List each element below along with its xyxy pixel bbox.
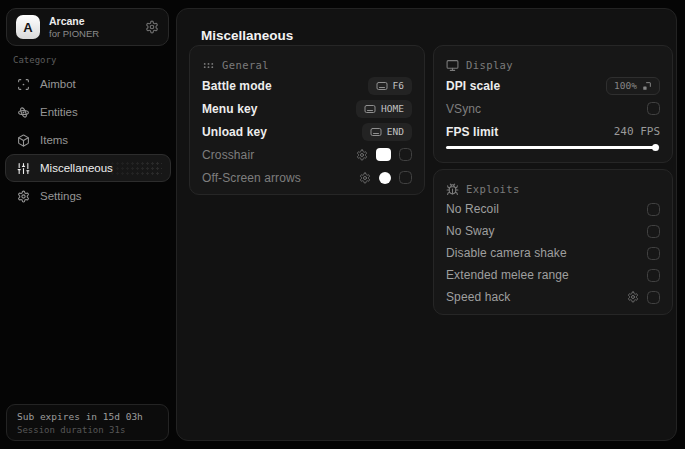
vsync-checkbox[interactable]	[647, 102, 660, 115]
setting-label: Crosshair	[202, 148, 254, 162]
setting-row-dpi-scale: DPI scale 100%	[446, 74, 660, 97]
color-swatch[interactable]	[376, 148, 391, 161]
gear-icon[interactable]	[627, 291, 639, 303]
app-logo: A	[16, 15, 40, 39]
app-subtitle: for PIONER	[49, 29, 99, 39]
setting-label: Unload key	[202, 125, 267, 139]
panel-title: General	[222, 59, 269, 71]
setting-row-offscreen-arrows: Off-Screen arrows	[202, 166, 412, 189]
app-window: A Arcane for PIONER Category Aimbot	[0, 0, 685, 449]
setting-row-crosshair: Crosshair	[202, 143, 412, 166]
sidebar-item-items[interactable]: Items	[5, 126, 171, 154]
disable-camera-shake-checkbox[interactable]	[647, 247, 660, 260]
keybind-button[interactable]: F6	[368, 77, 412, 95]
gear-icon[interactable]	[359, 172, 371, 184]
setting-label: DPI scale	[446, 79, 500, 93]
setting-row-battle-mode: Battle mode F6	[202, 74, 412, 97]
setting-label: VSync	[446, 102, 481, 116]
setting-label: Disable camera shake	[446, 246, 567, 260]
extended-melee-range-checkbox[interactable]	[647, 269, 660, 282]
speed-hack-checkbox[interactable]	[647, 291, 660, 304]
slider-thumb[interactable]	[652, 144, 659, 151]
crosshair-checkbox[interactable]	[399, 148, 412, 161]
package-icon	[17, 134, 30, 147]
general-panel: General Battle mode F6 Menu key HOME	[189, 45, 425, 195]
setting-label: Speed hack	[446, 290, 510, 304]
app-name: Arcane	[49, 16, 99, 27]
panel-title: Exploits	[466, 183, 520, 195]
exploits-panel: Exploits No Recoil No Sway Disable camer…	[433, 169, 673, 315]
no-recoil-checkbox[interactable]	[647, 203, 660, 216]
gear-icon[interactable]	[145, 20, 159, 34]
dpi-scale-select[interactable]: 100%	[606, 77, 660, 95]
keybind-value: HOME	[381, 103, 404, 114]
sidebar-item-label: Items	[40, 134, 68, 146]
main-content-card: Miscellaneous General Battle mode F6	[176, 8, 677, 441]
keybind-value: END	[387, 126, 404, 137]
keyboard-icon	[370, 126, 382, 138]
scale-icon	[642, 81, 652, 91]
fps-slider-fill	[446, 146, 658, 149]
setting-label: Extended melee range	[446, 268, 569, 282]
gear-icon[interactable]	[356, 149, 368, 161]
page-title: Miscellaneous	[201, 28, 293, 43]
setting-label: No Sway	[446, 224, 495, 238]
dpi-scale-value: 100%	[614, 80, 637, 91]
keybind-value: F6	[393, 80, 404, 91]
setting-label: Menu key	[202, 102, 258, 116]
sub-expiry-text: Sub expires in 15d 03h	[17, 411, 158, 422]
brand-card: A Arcane for PIONER	[6, 8, 169, 46]
setting-row-no-recoil: No Recoil	[446, 198, 660, 220]
setting-row-extended-melee-range: Extended melee range	[446, 264, 660, 286]
bug-icon	[446, 183, 459, 196]
sidebar-item-entities[interactable]: Entities	[5, 98, 171, 126]
app-logo-letter: A	[23, 20, 32, 35]
keyboard-icon	[376, 80, 388, 92]
fps-limit-value: 240 FPS	[614, 125, 660, 138]
color-swatch[interactable]	[379, 172, 391, 184]
setting-row-speed-hack: Speed hack	[446, 286, 660, 308]
setting-row-disable-camera-shake: Disable camera shake	[446, 242, 660, 264]
keybind-button[interactable]: HOME	[356, 100, 412, 118]
dots-grid-icon	[202, 59, 215, 72]
setting-row-fps-limit: FPS limit 240 FPS	[446, 120, 660, 143]
sidebar-item-aimbot[interactable]: Aimbot	[5, 70, 171, 98]
sidebar-item-label: Settings	[40, 190, 82, 202]
sidebar: A Arcane for PIONER Category Aimbot	[0, 0, 176, 449]
no-sway-checkbox[interactable]	[647, 225, 660, 238]
entities-icon	[17, 106, 30, 119]
display-panel: Display DPI scale 100% VSync FPS limit 2…	[433, 45, 673, 163]
setting-label: Off-Screen arrows	[202, 171, 301, 185]
gear-icon	[17, 190, 30, 203]
fps-limit-slider[interactable]	[446, 143, 660, 151]
category-label: Category	[13, 55, 56, 65]
offscreen-arrows-checkbox[interactable]	[399, 171, 412, 184]
session-duration-text: Session duration 31s	[17, 425, 158, 435]
sidebar-item-label: Entities	[40, 106, 78, 118]
monitor-icon	[446, 59, 459, 72]
sidebar-item-settings[interactable]: Settings	[5, 182, 171, 210]
sidebar-nav: Aimbot Entities Items Miscellaneous	[5, 70, 171, 210]
sliders-icon	[17, 162, 30, 175]
sidebar-item-miscellaneous[interactable]: Miscellaneous	[5, 154, 171, 182]
panel-title: Display	[466, 59, 513, 71]
subscription-info-card: Sub expires in 15d 03h Session duration …	[6, 404, 169, 441]
setting-label: No Recoil	[446, 202, 499, 216]
setting-row-no-sway: No Sway	[446, 220, 660, 242]
scan-crosshair-icon	[17, 78, 30, 91]
setting-row-unload-key: Unload key END	[202, 120, 412, 143]
setting-row-vsync: VSync	[446, 97, 660, 120]
setting-row-menu-key: Menu key HOME	[202, 97, 412, 120]
keybind-button[interactable]: END	[362, 123, 412, 141]
sidebar-item-label: Miscellaneous	[40, 162, 113, 174]
setting-label: Battle mode	[202, 79, 272, 93]
keyboard-icon	[364, 103, 376, 115]
sidebar-item-label: Aimbot	[40, 78, 76, 90]
setting-label: FPS limit	[446, 125, 498, 139]
